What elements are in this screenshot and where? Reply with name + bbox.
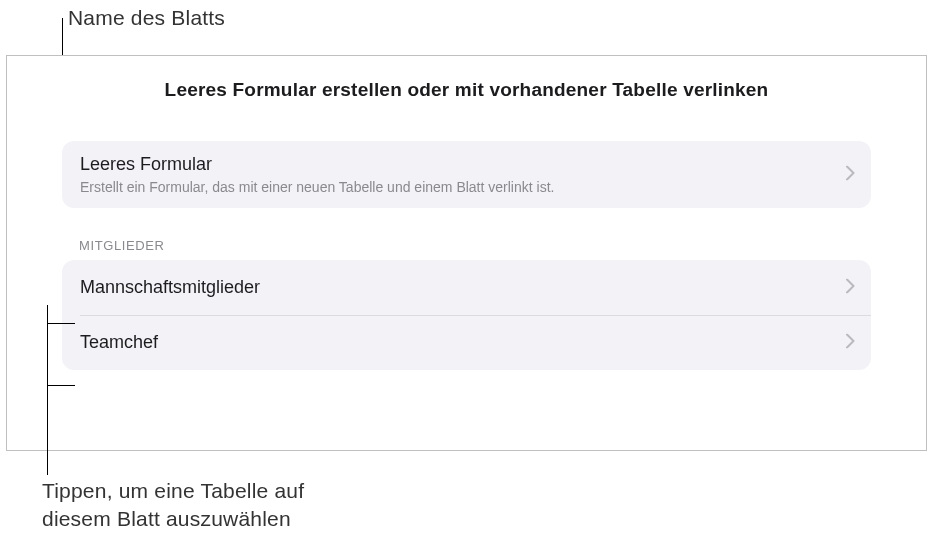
section-header-members: MITGLIEDER	[79, 238, 871, 253]
callout-bracket-tables	[47, 305, 75, 475]
table-label: Teamchef	[80, 332, 158, 352]
blank-form-title: Leeres Formular	[80, 154, 853, 175]
table-row[interactable]: Teamchef	[62, 315, 871, 370]
tables-list: Mannschaftsmitglieder Teamchef	[62, 260, 871, 370]
chevron-right-icon	[846, 332, 855, 353]
panel-title: Leeres Formular erstellen oder mit vorha…	[7, 79, 926, 101]
blank-form-subtitle: Erstellt ein Formular, das mit einer neu…	[80, 179, 853, 195]
table-row[interactable]: Mannschaftsmitglieder	[62, 260, 871, 315]
blank-form-option[interactable]: Leeres Formular Erstellt ein Formular, d…	[62, 141, 871, 208]
form-setup-panel: Leeres Formular erstellen oder mit vorha…	[6, 55, 927, 451]
table-label: Mannschaftsmitglieder	[80, 277, 260, 297]
chevron-right-icon	[846, 277, 855, 298]
callout-tap-table: Tippen, um eine Tabelle auf diesem Blatt…	[42, 477, 304, 534]
callout-sheet-name: Name des Blatts	[68, 6, 225, 30]
